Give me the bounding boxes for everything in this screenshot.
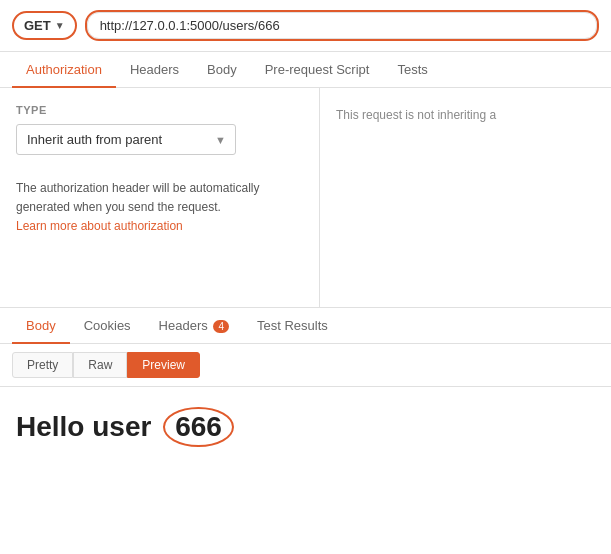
learn-more-link[interactable]: Learn more about authorization <box>16 219 183 233</box>
tab-authorization[interactable]: Authorization <box>12 52 116 87</box>
auth-type-select[interactable]: Inherit auth from parent <box>16 124 236 155</box>
headers-count-badge: 4 <box>213 320 229 333</box>
response-number-highlighted: 666 <box>163 407 234 447</box>
response-number: 666 <box>175 411 222 442</box>
tab-response-cookies[interactable]: Cookies <box>70 308 145 343</box>
response-text-label: Hello user <box>16 411 159 442</box>
method-label: GET <box>24 18 51 33</box>
format-raw[interactable]: Raw <box>73 352 127 378</box>
inherit-message: This request is not inheriting a <box>336 108 496 122</box>
format-preview[interactable]: Preview <box>127 352 200 378</box>
format-pretty[interactable]: Pretty <box>12 352 73 378</box>
tab-headers[interactable]: Headers <box>116 52 193 87</box>
tab-body[interactable]: Body <box>193 52 251 87</box>
url-bar: GET ▼ <box>0 0 611 52</box>
tab-response-body[interactable]: Body <box>12 308 70 343</box>
response-body-area: Hello user 666 <box>0 387 611 467</box>
type-select-wrapper: Inherit auth from parent ▼ <box>16 124 236 155</box>
response-text: Hello user 666 <box>16 407 234 447</box>
format-tabs-bar: Pretty Raw Preview <box>0 344 611 387</box>
tab-response-headers[interactable]: Headers 4 <box>145 308 243 343</box>
main-content-area: TYPE Inherit auth from parent ▼ The auth… <box>0 88 611 308</box>
url-input-wrapper <box>85 10 599 41</box>
top-tabs-bar: Authorization Headers Body Pre-request S… <box>0 52 611 88</box>
auth-description: The authorization header will be automat… <box>16 179 303 237</box>
auth-right-panel: This request is not inheriting a <box>320 88 611 307</box>
tab-pre-request-script[interactable]: Pre-request Script <box>251 52 384 87</box>
bottom-tabs-bar: Body Cookies Headers 4 Test Results <box>0 308 611 344</box>
type-label: TYPE <box>16 104 303 116</box>
method-button[interactable]: GET ▼ <box>12 11 77 40</box>
tab-test-results[interactable]: Test Results <box>243 308 342 343</box>
chevron-down-icon: ▼ <box>55 20 65 31</box>
url-input[interactable] <box>87 12 597 39</box>
tab-tests[interactable]: Tests <box>383 52 441 87</box>
auth-left-panel: TYPE Inherit auth from parent ▼ The auth… <box>0 88 320 307</box>
